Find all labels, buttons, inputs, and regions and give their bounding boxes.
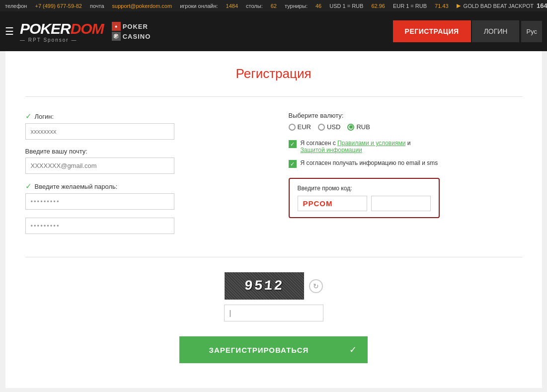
captcha-section: 9512 ↻: [25, 272, 522, 321]
terms-link[interactable]: Правилами и условиями: [337, 140, 405, 147]
promo-extra-input[interactable]: [371, 196, 431, 211]
captcha-row: 9512 ↻: [225, 272, 323, 300]
eur-rub-label: EUR 1 = RUB: [393, 3, 427, 9]
form-right: Выберите валюту: EUR USD RUB: [289, 112, 522, 242]
jackpot-arrow: ▶: [457, 2, 461, 9]
usd-rub-label: USD 1 = RUB: [329, 3, 363, 9]
email-label: почта: [90, 3, 104, 9]
phone-number: +7 (499) 677-59-82: [35, 3, 81, 9]
logo: POKERDOM — RPT Sponsor —: [20, 20, 104, 43]
password-input[interactable]: [25, 193, 174, 210]
email-input[interactable]: [25, 157, 174, 174]
register-check-button[interactable]: ✓: [338, 336, 368, 363]
poker-text: POKER: [123, 23, 148, 30]
usd-label: USD: [327, 123, 340, 131]
email-label: Введите вашу почту:: [25, 148, 259, 155]
eur-radio[interactable]: [289, 124, 296, 131]
jackpot-section: ▶ GOLD BAD BEAT JACKPOT 164,099 RUB ◀: [457, 2, 547, 9]
tables-count: 62: [271, 3, 277, 9]
rub-radio[interactable]: [347, 124, 354, 131]
header-actions: РЕГИСТРАЦИЯ ЛОГИН Рус: [393, 20, 542, 42]
main-content: Регистрация ✓ Логин: Введите вашу почту:…: [5, 51, 542, 388]
eur-label: EUR: [298, 123, 311, 131]
logo-sub: — RPT Sponsor —: [20, 37, 104, 43]
tournaments-label: турниры:: [285, 3, 308, 9]
online-count: 1484: [226, 3, 238, 9]
casino-icon: 🎲: [112, 32, 121, 41]
login-check-icon: ✓: [25, 112, 32, 121]
captcha-image: 9512: [225, 272, 304, 300]
poker-label-row: ♠ POKER: [112, 22, 151, 31]
password-confirm-field-group: [25, 218, 259, 234]
login-label-text: Логин:: [35, 113, 54, 120]
password-check-icon: ✓: [25, 182, 32, 191]
phone-label: телефон: [5, 3, 27, 9]
form-divider-2: [25, 257, 522, 257]
captcha-text: 9512: [244, 278, 285, 294]
promo-input-row: [298, 196, 431, 211]
language-button[interactable]: Рус: [521, 21, 542, 42]
login-input[interactable]: [25, 123, 174, 140]
agree1-checkbox[interactable]: ✓: [289, 140, 297, 148]
rub-label: RUB: [356, 123, 370, 131]
poker-casino-labels: ♠ POKER 🎲 CASINO: [112, 22, 151, 41]
jackpot-label: GOLD BAD BEAT JACKPOT: [464, 3, 534, 9]
casino-text: CASINO: [123, 33, 151, 40]
login-button[interactable]: ЛОГИН: [472, 20, 520, 42]
promo-section: Введите промо код:: [289, 178, 440, 218]
currency-options: EUR USD RUB: [289, 123, 522, 131]
tables-label: столы:: [246, 3, 263, 9]
logo-dom: DOM: [71, 20, 104, 37]
usd-rub-value: 62.96: [371, 3, 385, 9]
promo-code-input[interactable]: [298, 196, 367, 211]
currency-section: Выберите валюту: EUR USD RUB: [289, 112, 522, 131]
password-label: ✓ Введите желаемый пароль:: [25, 182, 259, 191]
agree2-row: ✓ Я согласен получать информацию по emai…: [289, 159, 522, 168]
privacy-link[interactable]: Защитой информации: [301, 147, 362, 154]
usd-radio[interactable]: [318, 124, 325, 131]
casino-label-row: 🎲 CASINO: [112, 32, 151, 41]
hamburger-menu[interactable]: ☰: [5, 25, 14, 37]
password-field-group: ✓ Введите желаемый пароль:: [25, 182, 259, 210]
header: ☰ POKERDOM — RPT Sponsor — ♠ POKER 🎲 CAS…: [0, 11, 547, 51]
eur-option[interactable]: EUR: [289, 123, 311, 131]
form-divider: [25, 96, 522, 97]
form-left: ✓ Логин: Введите вашу почту: ✓ Введите ж…: [25, 112, 259, 242]
password-label-text: Введите желаемый пароль:: [35, 183, 118, 190]
captcha-input[interactable]: [224, 305, 323, 321]
logo-area: POKERDOM — RPT Sponsor — ♠ POKER 🎲 CASIN…: [20, 20, 151, 43]
currency-label: Выберите валюту:: [289, 112, 522, 119]
refresh-captcha-button[interactable]: ↻: [309, 279, 323, 293]
logo-poker: POKER: [20, 20, 71, 37]
usd-option[interactable]: USD: [318, 123, 340, 131]
support-email: support@pokerdom.com: [112, 3, 172, 9]
agree1-text: Я согласен с Правилами и условиями и Защ…: [301, 140, 411, 154]
promo-label: Введите промо код:: [298, 185, 431, 192]
register-submit-button[interactable]: ЗАРЕГИСТРИРОВАТЬСЯ: [179, 336, 339, 363]
agree2-checkbox[interactable]: ✓: [289, 160, 297, 168]
login-label: ✓ Логин:: [25, 112, 259, 121]
submit-section: ЗАРЕГИСТРИРОВАТЬСЯ ✓: [25, 336, 522, 363]
tournaments-count: 46: [315, 3, 321, 9]
form-layout: ✓ Логин: Введите вашу почту: ✓ Введите ж…: [25, 112, 522, 242]
email-field-group: Введите вашу почту:: [25, 148, 259, 174]
agree1-row: ✓ Я согласен с Правилами и условиями и З…: [289, 140, 522, 154]
agree2-text: Я согласен получать информацию по email …: [301, 159, 438, 166]
password-confirm-input[interactable]: [25, 218, 174, 234]
jackpot-amount: 164,099 RUB: [537, 2, 547, 9]
page-title: Регистрация: [25, 66, 522, 81]
online-label: игроки онлайн:: [180, 3, 218, 9]
email-label-text: Введите вашу почту:: [25, 148, 87, 155]
register-button[interactable]: РЕГИСТРАЦИЯ: [393, 20, 471, 42]
rub-option[interactable]: RUB: [347, 123, 370, 131]
eur-rub-value: 71.43: [435, 3, 449, 9]
poker-icon: ♠: [112, 22, 121, 31]
login-field-group: ✓ Логин:: [25, 112, 259, 140]
info-bar: телефон +7 (499) 677-59-82 почта support…: [0, 0, 547, 11]
